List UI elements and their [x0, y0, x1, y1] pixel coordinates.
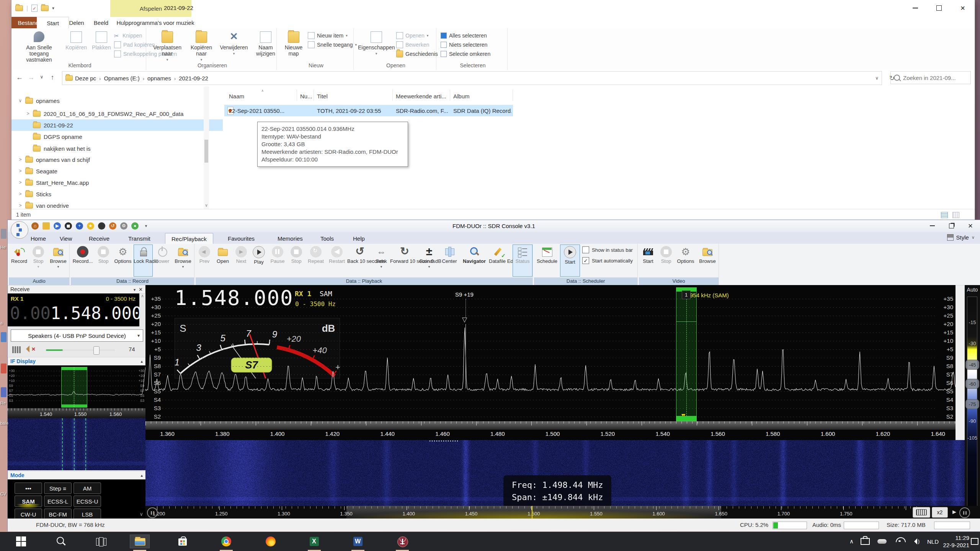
ribbon-button-kopi-ren[interactable]: Kopiëren: [64, 31, 89, 60]
mode-button-ecss-u[interactable]: ECSS-U: [74, 496, 101, 507]
ribbon-button-bewerken[interactable]: Bewerken: [396, 41, 429, 49]
up-icon[interactable]: ↑: [47, 73, 57, 82]
close-button[interactable]: ✕: [951, 0, 975, 16]
column-header-album[interactable]: Album: [450, 90, 513, 101]
file-row[interactable]: 22-Sep-2021 03550...TOTH, 2021-09-22 03:…: [224, 105, 513, 116]
toolbar-button-repeat[interactable]: ↻Repeat: [305, 245, 327, 277]
band-navigator[interactable]: 1.2001.2501.3001.3501.4001.4501.5001.550…: [145, 506, 980, 518]
toolbar-button-center[interactable]: Center: [439, 245, 460, 277]
volume-icon[interactable]: ): [914, 532, 920, 551]
language-indicator[interactable]: NLD: [927, 532, 939, 551]
toolbar-button-restart[interactable]: ◀Restart: [327, 245, 347, 277]
nav-pause-button[interactable]: [147, 507, 158, 518]
forward-icon[interactable]: →: [26, 73, 36, 82]
tree-item-opnames-van-d-schijf[interactable]: >opnames van d schijf: [11, 154, 90, 165]
maximize-button[interactable]: [927, 0, 951, 16]
audio-device-select[interactable]: Speakers (4- USB PnP Sound Device)▾: [11, 329, 143, 342]
ribbon-button-nieuwe-map[interactable]: Nieuwe map: [281, 31, 306, 60]
details-view-icon[interactable]: [941, 212, 948, 218]
toolbar-button-status[interactable]: Status: [513, 245, 532, 277]
wifi-icon[interactable]: [896, 532, 904, 551]
checkbox-start-automatically[interactable]: ✓Start automatically: [582, 256, 637, 265]
ribbon-button-geschiedenis[interactable]: Geschiedenis: [396, 50, 438, 58]
menu-tab-receive[interactable]: Receive: [83, 233, 116, 244]
toolbar-button-stop[interactable]: Stop▾: [29, 245, 47, 277]
column-header-nu[interactable]: Nu...: [297, 90, 314, 101]
menu-tab-help[interactable]: Help: [347, 233, 371, 244]
minimize-button[interactable]: [923, 220, 942, 231]
if-waterfall[interactable]: [8, 418, 145, 470]
toolbar-button-navigator[interactable]: Navigator: [460, 245, 489, 277]
taskbar-firefox[interactable]: [261, 535, 280, 548]
toolbar-button-open[interactable]: Open: [213, 245, 232, 277]
toolbar-button-forward-10-seconds[interactable]: ↻Forward 10 seconds: [390, 245, 419, 277]
palette-auto-button[interactable]: Auto: [965, 287, 980, 293]
ribbon-button-kopi-ren-naar[interactable]: Kopiëren naar ▾: [186, 31, 217, 60]
ribbon-button-eigenschappen[interactable]: Eigenschappen ▾: [358, 31, 395, 60]
ribbon-button-naam-wijzigen[interactable]: Naam wijzigen: [251, 31, 281, 60]
toolbar-button-record-[interactable]: Record...: [71, 245, 95, 277]
rx-filter-band[interactable]: [676, 287, 697, 421]
breadcrumb-item[interactable]: Opnames (E:): [104, 75, 139, 82]
toolbar-button-seek[interactable]: ⇔Seek▾: [372, 245, 390, 277]
taskbar-sdr[interactable]: [393, 535, 412, 548]
taskbar-explorer[interactable]: [130, 535, 149, 548]
toolbar-button-options[interactable]: ⚙Options: [675, 245, 696, 277]
folder-icon[interactable]: [15, 5, 23, 11]
menu-tab-rec-playback[interactable]: Rec/Playback: [165, 233, 213, 244]
toolbar-button-pause[interactable]: Pause: [268, 245, 287, 277]
collapse-icon[interactable]: ▴: [140, 359, 143, 364]
tree-closed-icon[interactable]: >: [18, 157, 23, 162]
ribbon-button-selectie-omkeren[interactable]: Selectie omkeren: [441, 50, 490, 58]
ribbon-button-verplaatsen-naar[interactable]: Verplaatsen naar ▾: [150, 31, 184, 60]
toolbar-button-gain-0-db[interactable]: ±Gain 0 dB▾: [419, 245, 439, 277]
toolbar-button-stop[interactable]: Stop: [657, 245, 675, 277]
restore-button[interactable]: [942, 220, 961, 231]
mode-button-step-[interactable]: Step ≡: [44, 483, 72, 494]
panel-controls[interactable]: ▾ ✕: [134, 286, 143, 292]
breadcrumb[interactable]: Deze pc›Opnames (E:)›opnames›2021-09-22 …: [62, 71, 882, 85]
taskbar-taskview[interactable]: [91, 535, 110, 548]
toolbar-button-schedule[interactable]: Schedule: [534, 245, 560, 277]
toolbar-button-stop[interactable]: Stop: [287, 245, 305, 277]
tree-item-opnames[interactable]: ∨opnames: [11, 95, 60, 106]
tree-item-seagate[interactable]: >Seagate: [11, 165, 57, 177]
tree-closed-icon[interactable]: >: [18, 203, 23, 208]
breadcrumb-item[interactable]: 2021-09-22: [179, 75, 208, 82]
taskbar-chrome[interactable]: [217, 535, 236, 548]
tab-hulpprogramma-s-voor-muziek[interactable]: Hulpprogramma's voor muziek: [110, 17, 201, 28]
ribbon-button-nieuw-item[interactable]: Nieuw item▾: [308, 31, 348, 40]
if-spectrum[interactable]: +30+30+20+20+10+10S9S9S7S7S5S5S3S3: [8, 365, 145, 408]
tree-open-icon[interactable]: ∨: [18, 98, 23, 103]
mode-button-sam[interactable]: SAM: [15, 496, 42, 507]
style-control[interactable]: Style ∨: [947, 234, 975, 241]
toolbar-button-options[interactable]: ⚙Options: [112, 245, 134, 277]
tree-item-start-here-mac-app[interactable]: >Start_Here_Mac.app: [11, 177, 89, 188]
ribbon-button-aan-snelle-toegang-vastmaken[interactable]: Aan Snelle toegang vastmaken: [16, 31, 62, 60]
spectrum-frequency-ruler[interactable]: [145, 421, 956, 430]
menu-tab-tools[interactable]: Tools: [314, 233, 340, 244]
scroll-down-icon[interactable]: ∨: [139, 511, 143, 517]
column-header-meewerkendearti[interactable]: Meewerkende arti...: [393, 90, 450, 101]
toolbar-button-record[interactable]: Record: [9, 245, 29, 277]
toolbar-button-browse[interactable]: Browse▾: [172, 245, 194, 277]
address-dropdown-icon[interactable]: ∨: [875, 75, 879, 81]
menu-tab-view[interactable]: View: [54, 233, 78, 244]
thumbnail-view-icon[interactable]: [952, 212, 959, 218]
volume-slider[interactable]: [46, 349, 115, 351]
onedrive-icon[interactable]: [877, 532, 887, 551]
menu-tab-memories[interactable]: Memories: [271, 233, 309, 244]
mode-button-am[interactable]: AM: [74, 483, 101, 494]
menu-tab-home[interactable]: Home: [24, 233, 52, 244]
collapse-icon[interactable]: ▴: [140, 473, 143, 478]
taskbar-word[interactable]: W: [348, 535, 368, 548]
back-icon[interactable]: ←: [15, 73, 24, 82]
lock-screen-icon[interactable]: [861, 532, 870, 551]
toolbar-button-browse[interactable]: Browse: [696, 245, 719, 277]
main-waterfall[interactable]: Freq: 1.498.44 MHz Span: ±149.844 kHz: [145, 440, 965, 506]
ribbon-button-niets-selecteren[interactable]: Niets selecteren: [441, 41, 487, 49]
keyboard-button[interactable]: [913, 507, 930, 518]
tree-closed-icon[interactable]: >: [18, 180, 23, 185]
taskbar-start[interactable]: [11, 535, 31, 548]
nav-play-icon[interactable]: ▶: [952, 509, 956, 515]
